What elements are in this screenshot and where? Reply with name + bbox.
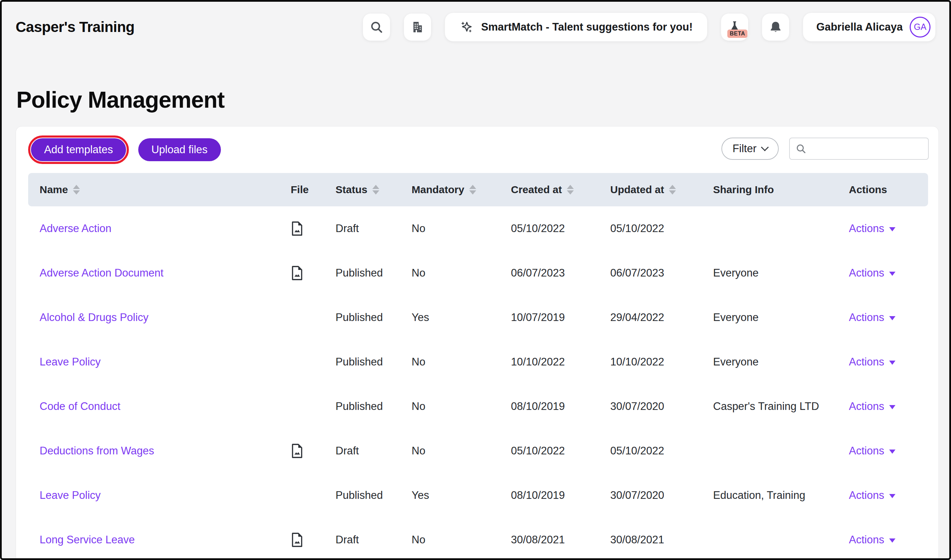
policy-name-cell: Adverse Action Document <box>28 267 291 279</box>
mandatory-cell: No <box>412 534 511 546</box>
building-icon <box>411 20 425 34</box>
policy-name-link[interactable]: Deductions from Wages <box>40 445 154 457</box>
status-cell: Published <box>335 311 412 324</box>
updated-at-cell: 05/10/2022 <box>610 222 713 235</box>
sharing-info-value: Everyone <box>713 267 759 279</box>
actions-cell: Actions <box>849 311 928 324</box>
column-header-sharing-info: Sharing Info <box>713 184 849 195</box>
policy-name-cell: Code of Conduct <box>28 400 291 413</box>
caret-down-icon <box>889 227 896 231</box>
sharing-info-cell: Everyone <box>713 356 849 368</box>
policy-management-screen: { "topbar": { "logo": "Casper's Training… <box>0 0 951 560</box>
row-actions-button[interactable]: Actions <box>849 311 896 324</box>
smartmatch-label: SmartMatch - Talent suggestions for you! <box>481 21 692 33</box>
caret-down-icon <box>889 316 896 320</box>
row-actions-button[interactable]: Actions <box>849 489 896 502</box>
add-templates-button[interactable]: Add templates <box>31 138 126 161</box>
search-button[interactable] <box>363 14 390 41</box>
column-header-status[interactable]: Status <box>335 184 412 195</box>
row-actions-button[interactable]: Actions <box>849 267 896 279</box>
row-actions-button[interactable]: Actions <box>849 222 896 235</box>
actions-label: Actions <box>849 356 884 368</box>
sharing-info-cell: Casper's Training LTD <box>713 400 849 413</box>
table-search-box[interactable] <box>789 138 929 160</box>
policy-name-cell: Leave Policy <box>28 489 291 502</box>
smartmatch-button[interactable]: SmartMatch - Talent suggestions for you! <box>445 13 707 42</box>
updated-at-cell: 10/10/2022 <box>610 356 713 368</box>
created-at-value: 10/10/2022 <box>511 356 565 368</box>
sharing-info-cell: Everyone <box>713 267 849 279</box>
column-label: Mandatory <box>412 184 465 195</box>
file-document-icon <box>291 221 303 236</box>
actions-label: Actions <box>849 445 884 457</box>
caret-down-icon <box>889 538 896 543</box>
column-header-name[interactable]: Name <box>28 184 291 195</box>
column-label: Updated at <box>610 184 664 195</box>
filter-dropdown[interactable]: Filter <box>722 138 779 160</box>
actions-cell: Actions <box>849 400 928 413</box>
table-search-input[interactable] <box>811 143 937 155</box>
row-actions-button[interactable]: Actions <box>849 356 896 368</box>
sort-icon[interactable] <box>73 185 80 195</box>
sort-icon[interactable] <box>567 185 574 195</box>
policy-name-link[interactable]: Adverse Action Document <box>40 267 163 279</box>
file-document-icon <box>291 532 303 548</box>
table-row: Adverse Action DraftNo05/10/202205/10/20… <box>28 206 928 251</box>
policy-name-cell: Leave Policy <box>28 356 291 368</box>
sharing-info-value: Casper's Training LTD <box>713 400 819 413</box>
status-value: Published <box>335 400 383 413</box>
updated-at-value: 30/07/2020 <box>610 489 664 502</box>
sort-icon[interactable] <box>669 185 676 195</box>
policy-name-link[interactable]: Adverse Action <box>40 222 111 235</box>
table-row: Code of ConductPublishedNo08/10/201930/0… <box>28 384 928 429</box>
notifications-button[interactable] <box>762 14 789 41</box>
actions-label: Actions <box>849 489 884 502</box>
row-actions-button[interactable]: Actions <box>849 445 896 457</box>
policy-name-link[interactable]: Alcohol & Drugs Policy <box>40 311 149 324</box>
updated-at-value: 29/04/2022 <box>610 311 664 324</box>
status-value: Published <box>335 311 383 324</box>
user-menu-button[interactable]: Gabriella Alicaya GA <box>803 13 936 42</box>
sort-icon[interactable] <box>372 185 379 195</box>
top-bar-actions: SmartMatch - Talent suggestions for you!… <box>363 13 936 42</box>
mandatory-value: No <box>412 267 425 279</box>
sharing-info-cell: Everyone <box>713 311 849 324</box>
mandatory-value: No <box>412 534 425 546</box>
mandatory-cell: Yes <box>412 489 511 502</box>
mandatory-cell: Yes <box>412 311 511 324</box>
sharing-info-value: Education, Training <box>713 489 805 502</box>
mandatory-value: No <box>412 222 425 235</box>
sort-icon[interactable] <box>469 185 476 195</box>
policy-name-link[interactable]: Leave Policy <box>40 356 101 368</box>
user-avatar: GA <box>909 17 931 37</box>
organisation-button[interactable] <box>404 14 431 41</box>
created-at-value: 10/07/2019 <box>511 311 565 324</box>
updated-at-value: 30/08/2021 <box>610 534 664 546</box>
updated-at-value: 06/07/2023 <box>610 267 664 279</box>
status-value: Draft <box>335 222 359 235</box>
row-actions-button[interactable]: Actions <box>849 534 896 546</box>
beta-features-button[interactable]: BETA <box>721 14 748 41</box>
policy-name-link[interactable]: Long Service Leave <box>40 534 135 546</box>
top-bar: Casper's Training <box>2 2 949 52</box>
file-cell <box>291 443 335 458</box>
status-cell: Published <box>335 356 412 368</box>
column-header-updated-at[interactable]: Updated at <box>610 184 713 195</box>
created-at-value: 30/08/2021 <box>511 534 565 546</box>
search-icon <box>369 20 383 34</box>
sharing-info-value: Everyone <box>713 311 759 324</box>
beta-badge: BETA <box>727 29 748 38</box>
status-value: Published <box>335 489 383 502</box>
column-header-mandatory[interactable]: Mandatory <box>412 184 511 195</box>
policy-name-link[interactable]: Leave Policy <box>40 489 101 502</box>
policy-name-link[interactable]: Code of Conduct <box>40 400 120 413</box>
row-actions-button[interactable]: Actions <box>849 400 896 413</box>
sharing-info-value: Everyone <box>713 356 759 368</box>
policy-name-cell: Alcohol & Drugs Policy <box>28 311 291 324</box>
actions-cell: Actions <box>849 534 928 546</box>
column-header-created-at[interactable]: Created at <box>511 184 610 195</box>
column-header-file: File <box>291 184 335 195</box>
upload-files-button[interactable]: Upload files <box>138 138 221 161</box>
actions-label: Actions <box>849 311 884 324</box>
updated-at-value: 30/07/2020 <box>610 400 664 413</box>
